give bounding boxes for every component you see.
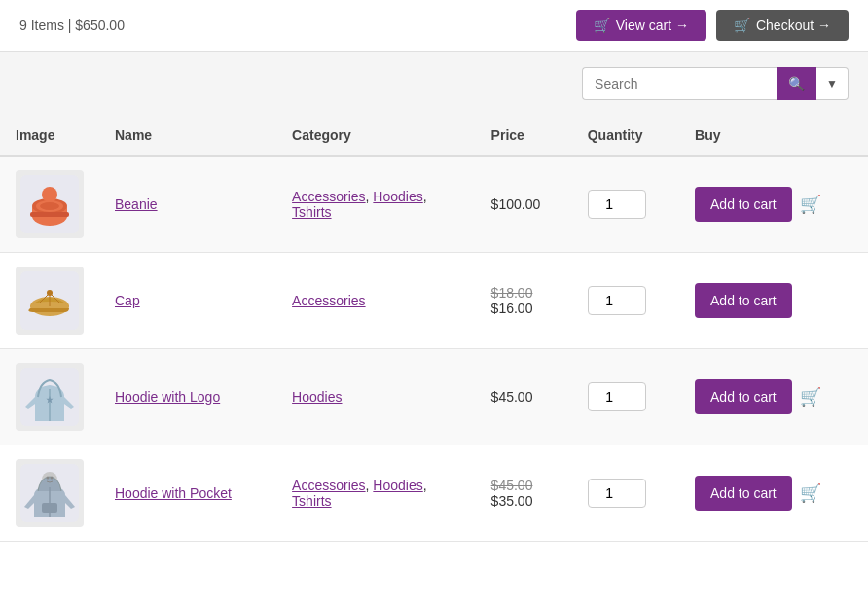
product-category-cell-hoodie-logo: Hoodies — [276, 349, 476, 445]
product-image-hoodie-pocket — [16, 459, 84, 527]
product-price-cell-cap: $18.00$16.00 — [476, 253, 572, 349]
view-cart-button[interactable]: 🛒 View cart → — [576, 10, 706, 41]
price-current-hoodie-pocket: $35.00 — [491, 493, 557, 509]
product-name-link-hoodie-logo[interactable]: Hoodie with Logo — [115, 389, 220, 405]
product-list: BeanieAccessories, Hoodies, Tshirts$100.… — [0, 156, 868, 542]
svg-point-5 — [40, 202, 59, 210]
product-quantity-cell-beanie — [572, 156, 679, 253]
product-name-link-cap[interactable]: Cap — [115, 293, 140, 308]
product-name-cell-cap: Cap — [99, 253, 276, 349]
product-image-cell-cap — [0, 253, 99, 349]
item-count: 9 Items | $650.00 — [19, 18, 125, 33]
search-dropdown-button[interactable]: ▼ — [816, 67, 849, 100]
product-buy-cell-cap: Add to cart — [679, 253, 868, 349]
product-buy-cell-hoodie-pocket: Add to cart🛒 — [679, 445, 868, 542]
quantity-input-hoodie-pocket[interactable] — [588, 479, 646, 508]
buy-cell-hoodie-logo: Add to cart🛒 — [695, 379, 852, 414]
table-row: Hoodie with LogoHoodies$45.00Add to cart… — [0, 349, 868, 445]
svg-point-22 — [47, 477, 50, 480]
buy-cell-beanie: Add to cart🛒 — [695, 187, 852, 222]
cart-icon-hoodie-pocket: 🛒 — [800, 482, 821, 504]
add-to-cart-button-hoodie-pocket[interactable]: Add to cart — [695, 476, 792, 511]
category-link-hoodie-pocket-0[interactable]: Accessories — [292, 478, 365, 493]
product-category-cell-hoodie-pocket: Accessories, Hoodies, Tshirts — [276, 445, 476, 542]
add-to-cart-button-beanie[interactable]: Add to cart — [695, 187, 792, 222]
cart-icon-hoodie-logo: 🛒 — [800, 386, 821, 408]
category-link-beanie-1[interactable]: Hoodies — [373, 189, 422, 204]
category-link-hoodie-logo-0[interactable]: Hoodies — [292, 389, 342, 405]
product-quantity-cell-hoodie-pocket — [572, 445, 679, 542]
product-name-cell-beanie: Beanie — [99, 156, 276, 253]
svg-rect-7 — [30, 212, 69, 217]
top-bar: 9 Items | $650.00 🛒 View cart → 🛒 Checko… — [0, 0, 868, 52]
checkout-button[interactable]: 🛒 Checkout → — [716, 10, 849, 41]
quantity-input-beanie[interactable] — [588, 190, 646, 219]
product-name-cell-hoodie-pocket: Hoodie with Pocket — [99, 445, 276, 542]
col-price: Price — [476, 116, 572, 156]
buy-cell-hoodie-pocket: Add to cart🛒 — [695, 476, 852, 511]
add-to-cart-button-hoodie-logo[interactable]: Add to cart — [695, 379, 792, 414]
buy-cell-cap: Add to cart — [695, 283, 852, 318]
search-bar: 🔍 ▼ — [0, 52, 868, 116]
category-link-cap-0[interactable]: Accessories — [292, 293, 365, 308]
product-buy-cell-beanie: Add to cart🛒 — [679, 156, 868, 253]
quantity-input-hoodie-logo[interactable] — [588, 382, 646, 411]
col-image: Image — [0, 116, 99, 156]
product-image-beanie — [16, 170, 84, 238]
add-to-cart-button-cap[interactable]: Add to cart — [695, 283, 792, 318]
quantity-input-cap[interactable] — [588, 286, 646, 315]
table-row: Hoodie with PocketAccessories, Hoodies, … — [0, 445, 868, 542]
category-link-beanie-0[interactable]: Accessories — [292, 189, 365, 204]
product-image-cell-hoodie-pocket — [0, 445, 99, 542]
svg-point-6 — [42, 187, 57, 202]
product-price-cell-hoodie-logo: $45.00 — [476, 349, 572, 445]
search-button[interactable]: 🔍 — [777, 67, 816, 100]
product-name-cell-hoodie-logo: Hoodie with Logo — [99, 349, 276, 445]
product-category-cell-beanie: Accessories, Hoodies, Tshirts — [276, 156, 476, 253]
cart-icon-beanie: 🛒 — [800, 194, 821, 215]
product-name-link-hoodie-pocket[interactable]: Hoodie with Pocket — [115, 485, 232, 501]
category-link-hoodie-pocket-2[interactable]: Tshirts — [292, 493, 331, 509]
col-buy: Buy — [679, 116, 868, 156]
table-row: BeanieAccessories, Hoodies, Tshirts$100.… — [0, 156, 868, 253]
price-single-beanie: $100.00 — [491, 196, 541, 212]
product-name-link-beanie[interactable]: Beanie — [115, 196, 158, 212]
product-image-hoodie-logo — [16, 363, 84, 431]
category-link-beanie-2[interactable]: Tshirts — [292, 204, 331, 220]
product-category-cell-cap: Accessories — [276, 253, 476, 349]
col-quantity: Quantity — [572, 116, 679, 156]
price-original-hoodie-pocket: $45.00 — [491, 478, 557, 493]
product-quantity-cell-cap — [572, 253, 679, 349]
svg-point-23 — [51, 477, 54, 480]
price-original-cap: $18.00 — [491, 285, 557, 301]
product-image-cap — [16, 267, 84, 335]
col-category: Category — [276, 116, 476, 156]
product-price-cell-beanie: $100.00 — [476, 156, 572, 253]
product-image-cell-beanie — [0, 156, 99, 253]
category-link-hoodie-pocket-1[interactable]: Hoodies — [373, 478, 422, 493]
product-quantity-cell-hoodie-logo — [572, 349, 679, 445]
product-table: Image Name Category Price Quantity Buy B… — [0, 116, 868, 542]
product-buy-cell-hoodie-logo: Add to cart🛒 — [679, 349, 868, 445]
table-header: Image Name Category Price Quantity Buy — [0, 116, 868, 156]
price-single-hoodie-logo: $45.00 — [491, 389, 533, 405]
col-name: Name — [99, 116, 276, 156]
product-image-cell-hoodie-logo — [0, 349, 99, 445]
search-input[interactable] — [582, 67, 777, 100]
product-price-cell-hoodie-pocket: $45.00$35.00 — [476, 445, 572, 542]
table-row: CapAccessories$18.00$16.00Add to cart — [0, 253, 868, 349]
price-current-cap: $16.00 — [491, 301, 557, 316]
